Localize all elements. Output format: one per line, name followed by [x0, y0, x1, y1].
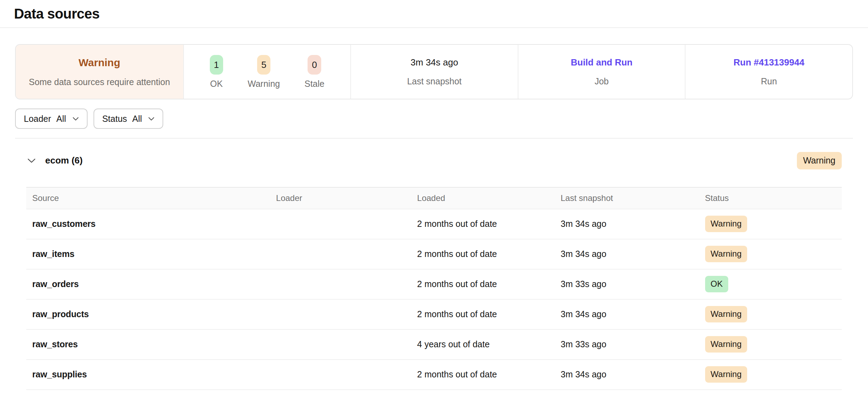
group-ecom: ecom (6) Warning Source Loader Loaded La…: [26, 152, 842, 390]
group-ecom-header[interactable]: ecom (6) Warning: [26, 152, 842, 169]
snapshot-cell: 3m 34s ago: [555, 209, 699, 239]
sources-table: Source Loader Loaded Last snapshot Statu…: [26, 187, 842, 390]
status-counts: 1 OK 5 Warning 0 Stale: [210, 55, 325, 89]
loader-cell: [270, 239, 411, 269]
source-cell: raw_stores: [26, 329, 270, 360]
status-badge: OK: [705, 276, 729, 292]
loader-cell: [270, 269, 411, 299]
warning-count-pill: 5: [257, 55, 270, 75]
chevron-down-icon: [148, 117, 154, 121]
snapshot-cell: 3m 33s ago: [555, 269, 699, 299]
source-cell: raw_items: [26, 239, 270, 269]
table-body: raw_customers 2 months out of date 3m 34…: [26, 209, 842, 390]
loader-filter-dropdown[interactable]: Loader All: [15, 109, 88, 129]
last-snapshot-value: 3m 34s ago: [411, 57, 458, 68]
loaded-cell: 4 years out of date: [411, 329, 555, 360]
run-link[interactable]: Run #413139944: [733, 57, 804, 68]
summary-cards: Warning Some data sources require attent…: [15, 44, 853, 99]
overall-status-subtitle: Some data sources require attention: [29, 77, 170, 87]
status-badge: Warning: [705, 336, 747, 352]
status-cell: OK: [699, 269, 842, 299]
status-counts-card: 1 OK 5 Warning 0 Stale: [183, 45, 351, 99]
overall-status-title: Warning: [78, 57, 120, 69]
warning-count-label: Warning: [248, 79, 280, 89]
loaded-cell: 2 months out of date: [411, 299, 555, 329]
table-row[interactable]: raw_products 2 months out of date 3m 34s…: [26, 299, 842, 329]
status-filter-value: All: [132, 114, 142, 124]
status-badge: Warning: [705, 246, 747, 262]
status-cell: Warning: [699, 329, 842, 360]
job-label: Job: [594, 76, 608, 86]
filters-bar: Loader All Status All: [15, 109, 853, 129]
table-row[interactable]: raw_customers 2 months out of date 3m 34…: [26, 209, 842, 239]
status-cell: Warning: [699, 360, 842, 390]
loader-cell: [270, 329, 411, 360]
count-stale: 0 Stale: [304, 55, 324, 89]
column-header-last-snapshot: Last snapshot: [555, 187, 699, 209]
snapshot-cell: 3m 34s ago: [555, 299, 699, 329]
loader-filter-value: All: [56, 114, 66, 124]
ok-count-label: OK: [210, 79, 223, 89]
loaded-cell: 2 months out of date: [411, 239, 555, 269]
loader-filter-label: Loader: [24, 114, 51, 124]
run-card: Run #413139944 Run: [685, 45, 852, 99]
chevron-down-icon: [73, 117, 79, 121]
main-content: Warning Some data sources require attent…: [0, 44, 868, 390]
run-label: Run: [761, 76, 777, 86]
overall-status-card: Warning Some data sources require attent…: [16, 45, 183, 99]
group-status-badge: Warning: [797, 152, 842, 169]
status-filter-dropdown[interactable]: Status All: [94, 109, 164, 129]
status-cell: Warning: [699, 299, 842, 329]
last-snapshot-card: 3m 34s ago Last snapshot: [350, 45, 518, 99]
stale-count-label: Stale: [304, 79, 324, 89]
loaded-cell: 2 months out of date: [411, 360, 555, 390]
last-snapshot-label: Last snapshot: [407, 76, 462, 86]
loaded-cell: 2 months out of date: [411, 209, 555, 239]
status-cell: Warning: [699, 239, 842, 269]
page-header: Data sources: [0, 0, 868, 28]
snapshot-cell: 3m 33s ago: [555, 329, 699, 360]
ok-count-pill: 1: [210, 55, 223, 75]
table-header: Source Loader Loaded Last snapshot Statu…: [26, 187, 842, 209]
column-header-loader: Loader: [270, 187, 411, 209]
snapshot-cell: 3m 34s ago: [555, 239, 699, 269]
source-cell: raw_supplies: [26, 360, 270, 390]
job-link[interactable]: Build and Run: [571, 57, 632, 68]
loader-cell: [270, 209, 411, 239]
column-header-source: Source: [26, 187, 270, 209]
count-ok: 1 OK: [210, 55, 223, 89]
count-warning: 5 Warning: [248, 55, 280, 89]
status-cell: Warning: [699, 209, 842, 239]
group-name: ecom (6): [45, 155, 83, 166]
column-header-loaded: Loaded: [411, 187, 555, 209]
source-cell: raw_products: [26, 299, 270, 329]
status-badge: Warning: [705, 216, 747, 232]
table-row[interactable]: raw_stores 4 years out of date 3m 33s ag…: [26, 329, 842, 360]
status-badge: Warning: [705, 366, 747, 382]
section-divider: [15, 138, 853, 139]
loader-cell: [270, 299, 411, 329]
source-cell: raw_orders: [26, 269, 270, 299]
chevron-down-icon: [27, 158, 36, 163]
snapshot-cell: 3m 34s ago: [555, 360, 699, 390]
column-header-status: Status: [699, 187, 842, 209]
loaded-cell: 2 months out of date: [411, 269, 555, 299]
page-title: Data sources: [14, 6, 99, 22]
stale-count-pill: 0: [308, 55, 321, 75]
table-row[interactable]: raw_orders 2 months out of date 3m 33s a…: [26, 269, 842, 299]
loader-cell: [270, 360, 411, 390]
table-row[interactable]: raw_items 2 months out of date 3m 34s ag…: [26, 239, 842, 269]
status-filter-label: Status: [102, 114, 127, 124]
source-cell: raw_customers: [26, 209, 270, 239]
status-badge: Warning: [705, 306, 747, 322]
job-card: Build and Run Job: [518, 45, 685, 99]
table-row[interactable]: raw_supplies 2 months out of date 3m 34s…: [26, 360, 842, 390]
